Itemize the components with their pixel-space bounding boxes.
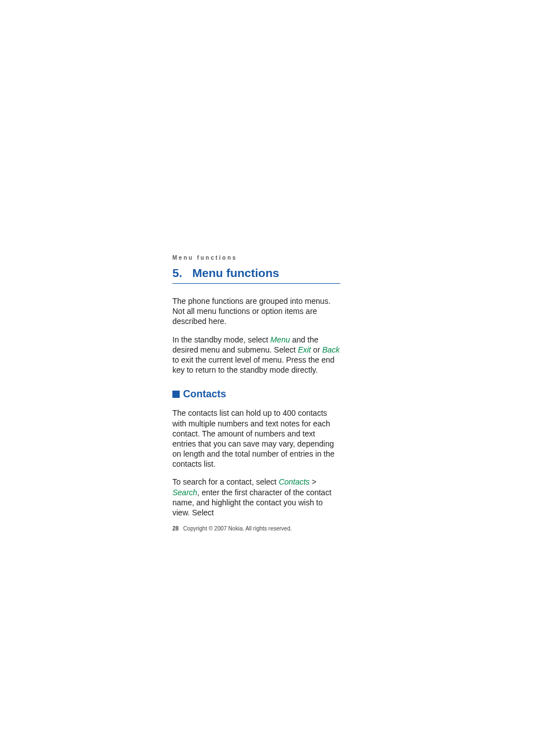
ui-term-menu: Menu bbox=[270, 335, 290, 344]
chapter-number: 5. bbox=[172, 266, 182, 279]
text-fragment: To search for a contact, select bbox=[172, 477, 279, 486]
text-fragment: In the standby mode, select bbox=[172, 335, 270, 344]
chapter-title-text: Menu functions bbox=[193, 266, 279, 279]
intro-paragraph-2: In the standby mode, select Menu and the… bbox=[172, 335, 340, 375]
square-bullet-icon bbox=[172, 391, 180, 398]
content-column: Menu functions 5.Menu functions The phon… bbox=[172, 255, 340, 532]
chapter-title: 5.Menu functions bbox=[172, 266, 340, 284]
section-title-text: Contacts bbox=[183, 388, 226, 400]
ui-term-search: Search bbox=[172, 488, 197, 497]
section-paragraph-2: To search for a contact, select Contacts… bbox=[172, 477, 340, 518]
page-number: 28 bbox=[172, 525, 179, 532]
copyright-text: Copyright © 2007 Nokia. All rights reser… bbox=[183, 525, 292, 532]
section-heading-contacts: Contacts bbox=[172, 388, 340, 400]
running-header: Menu functions bbox=[172, 255, 340, 261]
text-fragment: to exit the current level of menu. Press… bbox=[172, 355, 335, 374]
intro-paragraph-1: The phone functions are grouped into men… bbox=[172, 296, 340, 327]
text-fragment: or bbox=[311, 345, 322, 354]
document-page: Menu functions 5.Menu functions The phon… bbox=[0, 0, 534, 756]
ui-term-exit: Exit bbox=[298, 345, 311, 354]
page-footer: 28Copyright © 2007 Nokia. All rights res… bbox=[172, 525, 340, 532]
section-paragraph-1: The contacts list can hold up to 400 con… bbox=[172, 408, 340, 469]
ui-term-back: Back bbox=[322, 345, 340, 354]
text-fragment: > bbox=[310, 477, 316, 486]
ui-term-contacts: Contacts bbox=[279, 477, 310, 486]
